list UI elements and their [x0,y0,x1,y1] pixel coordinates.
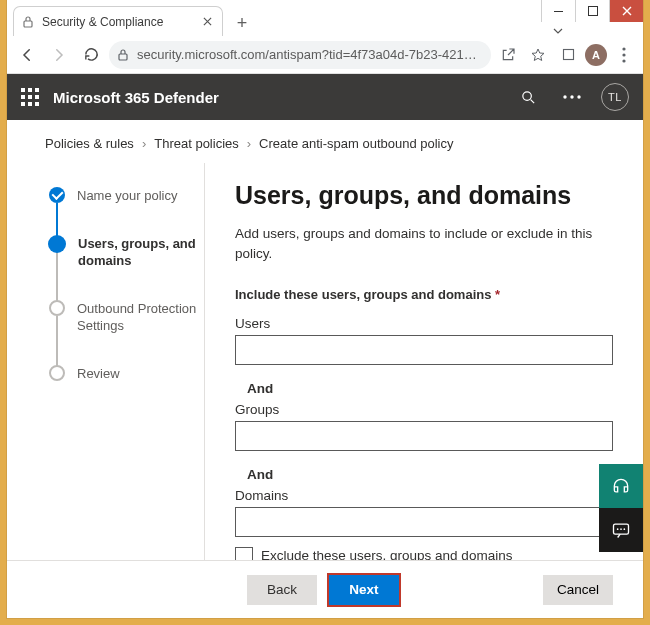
users-label: Users [235,316,613,331]
next-button[interactable]: Next [329,575,399,605]
svg-point-5 [622,59,625,62]
step-label: Users, groups, and domains [78,235,198,270]
search-icon[interactable] [513,82,543,112]
svg-point-13 [624,528,626,530]
forward-button[interactable] [45,41,73,69]
window-dropdown-icon[interactable] [550,26,565,36]
step-label: Outbound Protection Settings [77,300,197,335]
new-tab-button[interactable]: + [229,10,255,36]
chevron-right-icon: › [142,136,146,151]
wizard-footer: Back Next Cancel [7,560,643,618]
step-done-icon [49,187,65,203]
svg-point-8 [570,95,573,98]
url-text: security.microsoft.com/antispam?tid=4f73… [137,47,483,62]
browser-profile-avatar[interactable]: A [585,44,607,66]
site-lock-icon [117,48,131,62]
chevron-right-icon: › [247,136,251,151]
domains-input[interactable] [235,507,613,537]
svg-point-6 [522,91,531,100]
page-title: Users, groups, and domains [235,181,613,210]
wizard-stepper: Name your policy Users, groups, and doma… [7,163,205,615]
domains-label: Domains [235,488,613,503]
step-label: Name your policy [77,187,177,205]
and-separator: And [235,375,613,402]
help-button[interactable] [599,464,643,508]
cancel-button[interactable]: Cancel [543,575,613,605]
breadcrumb: Policies & rules › Threat policies › Cre… [7,120,643,163]
crumb-threat-policies[interactable]: Threat policies [154,136,239,151]
browser-tab[interactable]: Security & Compliance [13,6,223,36]
wizard-content: Users, groups, and domains Add users, gr… [205,163,643,615]
reload-button[interactable] [77,41,105,69]
app-launcher-icon[interactable] [21,88,39,106]
address-bar[interactable]: security.microsoft.com/antispam?tid=4f73… [109,41,491,69]
svg-point-3 [622,47,625,50]
browser-tab-title: Security & Compliance [42,15,194,29]
step-review[interactable]: Review [49,365,204,413]
back-button[interactable]: Back [247,575,317,605]
window-close-button[interactable] [609,0,643,22]
users-field: Users [235,316,613,365]
back-button[interactable] [13,41,41,69]
user-initials: TL [608,91,622,103]
star-icon[interactable] [525,42,551,68]
lock-icon [22,15,36,29]
window-minimize-button[interactable] [541,0,575,22]
window-maximize-button[interactable] [575,0,609,22]
profile-initial: A [592,49,600,61]
tab-close-icon[interactable] [200,15,214,29]
step-users-groups-domains[interactable]: Users, groups, and domains [49,235,204,300]
users-input[interactable] [235,335,613,365]
user-avatar[interactable]: TL [601,83,629,111]
extensions-icon[interactable] [555,42,581,68]
domains-field: Domains [235,488,613,537]
step-outbound-protection[interactable]: Outbound Protection Settings [49,300,204,365]
svg-point-12 [620,528,622,530]
feedback-button[interactable] [599,508,643,552]
step-pending-icon [49,365,65,381]
more-icon[interactable] [557,82,587,112]
svg-point-9 [577,95,580,98]
svg-point-11 [617,528,619,530]
and-separator: And [235,461,613,488]
browser-toolbar: security.microsoft.com/antispam?tid=4f73… [7,36,643,74]
groups-field: Groups [235,402,613,451]
step-current-icon [48,235,66,253]
include-section-label: Include these users, groups and domains … [235,287,613,302]
crumb-policies-rules[interactable]: Policies & rules [45,136,134,151]
app-title: Microsoft 365 Defender [53,89,499,106]
svg-point-7 [563,95,566,98]
crumb-current: Create anti-spam outbound policy [259,136,453,151]
groups-input[interactable] [235,421,613,451]
groups-label: Groups [235,402,613,417]
app-header: Microsoft 365 Defender TL [7,74,643,120]
share-icon[interactable] [495,42,521,68]
svg-point-4 [622,53,625,56]
step-name-policy[interactable]: Name your policy [49,187,204,235]
svg-rect-0 [24,21,32,27]
step-pending-icon [49,300,65,316]
step-label: Review [77,365,120,383]
kebab-menu-icon[interactable] [611,42,637,68]
page-subtitle: Add users, groups and domains to include… [235,224,595,265]
svg-rect-2 [563,50,573,60]
svg-rect-1 [119,54,127,60]
